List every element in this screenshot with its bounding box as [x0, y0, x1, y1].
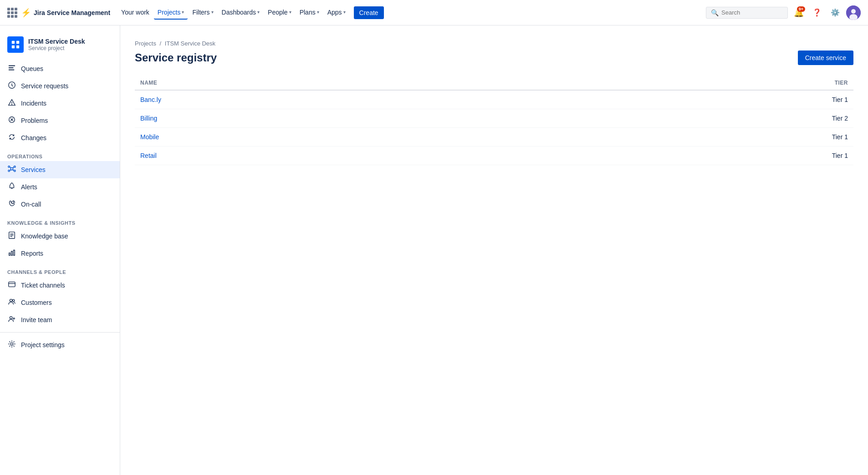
col-tier: Tier: [524, 76, 853, 90]
svg-point-19: [8, 170, 10, 172]
table-body: Banc.ly Tier 1 Billing Tier 2 Mobile Tie…: [135, 90, 853, 165]
service-link[interactable]: Banc.ly: [140, 96, 161, 103]
svg-rect-33: [9, 282, 15, 287]
nav-your-work[interactable]: Your work: [117, 6, 153, 20]
search-icon: 🔍: [711, 9, 719, 16]
nav-filters[interactable]: Filters ▾: [189, 6, 217, 20]
sidebar-item-alerts[interactable]: Alerts: [0, 178, 120, 196]
chevron-down-icon: ▾: [317, 10, 319, 15]
sidebar-item-customers[interactable]: Customers: [0, 294, 120, 311]
sidebar-item-problems[interactable]: Problems: [0, 112, 120, 129]
sidebar-item-on-call[interactable]: On-call: [0, 196, 120, 213]
settings-button[interactable]: ⚙️: [828, 5, 842, 20]
breadcrumb-sep: /: [160, 40, 162, 47]
svg-line-22: [13, 167, 14, 169]
project-type: Service project: [28, 45, 85, 51]
service-tier-cell: Tier 1: [524, 128, 853, 147]
table-row: Billing Tier 2: [135, 109, 853, 128]
search-input[interactable]: [721, 9, 783, 16]
notifications-button[interactable]: 🔔 9+: [791, 5, 806, 20]
nav-apps[interactable]: Apps ▾: [324, 6, 349, 20]
sidebar-item-incidents[interactable]: Incidents: [0, 95, 120, 112]
breadcrumb-project-name[interactable]: ITSM Service Desk: [165, 40, 215, 47]
service-tier-cell: Tier 1: [524, 147, 853, 165]
section-label-channels: Channels & People: [0, 262, 120, 277]
knowledge-base-icon: [7, 231, 16, 241]
svg-rect-3: [12, 41, 15, 44]
table-row: Mobile Tier 1: [135, 128, 853, 147]
notification-badge: 9+: [797, 6, 805, 12]
sidebar-item-queues[interactable]: Queues: [0, 60, 120, 77]
table-row: Banc.ly Tier 1: [135, 90, 853, 109]
section-label-knowledge: Knowledge & Insights: [0, 213, 120, 227]
svg-point-1: [851, 9, 856, 14]
svg-point-20: [14, 170, 16, 172]
create-service-button[interactable]: Create service: [798, 51, 853, 65]
svg-rect-31: [11, 251, 13, 255]
help-button[interactable]: ❓: [810, 5, 824, 20]
nav-plans[interactable]: Plans ▾: [296, 6, 323, 20]
breadcrumb: Projects / ITSM Service Desk: [135, 40, 853, 47]
service-tier-cell: Tier 2: [524, 109, 853, 128]
create-button[interactable]: Create: [354, 6, 384, 19]
svg-point-40: [10, 343, 13, 345]
svg-rect-9: [9, 70, 15, 71]
service-link[interactable]: Mobile: [140, 133, 159, 141]
breadcrumb-projects[interactable]: Projects: [135, 40, 156, 47]
sidebar-divider: [0, 332, 120, 333]
customers-icon: [7, 298, 16, 308]
chevron-down-icon: ▾: [182, 10, 184, 15]
topnav: ⚡ Jira Service Management Your work Proj…: [0, 0, 868, 25]
service-requests-icon: [7, 81, 16, 91]
svg-rect-6: [16, 45, 19, 48]
nav-projects[interactable]: Projects ▾: [154, 6, 188, 20]
sidebar-item-reports[interactable]: Reports: [0, 245, 120, 262]
service-table: Name Tier Banc.ly Tier 1 Billing Tier 2 …: [135, 76, 853, 165]
ticket-channels-icon: [7, 280, 16, 290]
service-name-cell: Mobile: [135, 128, 524, 147]
nav-people[interactable]: People ▾: [264, 6, 295, 20]
service-link[interactable]: Retail: [140, 152, 157, 159]
page-header: Service registry Create service: [135, 51, 853, 65]
col-name: Name: [135, 76, 524, 90]
reports-icon: [7, 248, 16, 258]
project-icon: [7, 36, 24, 53]
oncall-icon: [7, 199, 16, 209]
sidebar-project[interactable]: ITSM Service Desk Service project: [0, 33, 120, 60]
project-settings-icon: [7, 340, 16, 350]
section-label-operations: Operations: [0, 147, 120, 161]
main-content: Projects / ITSM Service Desk Service reg…: [120, 25, 868, 475]
user-avatar[interactable]: [846, 5, 861, 20]
service-name-cell: Retail: [135, 147, 524, 165]
svg-point-37: [10, 317, 12, 319]
sidebar-item-changes[interactable]: Changes: [0, 129, 120, 147]
app-logo[interactable]: ⚡ Jira Service Management: [7, 8, 110, 18]
svg-rect-7: [9, 66, 15, 66]
svg-rect-30: [9, 253, 10, 255]
incidents-icon: [7, 98, 16, 108]
project-name: ITSM Service Desk: [28, 38, 85, 45]
avatar-image: [846, 5, 861, 20]
alerts-icon: [7, 182, 16, 192]
sidebar-item-ticket-channels[interactable]: Ticket channels: [0, 277, 120, 294]
svg-line-21: [10, 167, 11, 169]
sidebar-item-project-settings[interactable]: Project settings: [0, 336, 120, 354]
sidebar-item-invite-team[interactable]: Invite team: [0, 311, 120, 328]
sidebar-item-service-requests[interactable]: Service requests: [0, 77, 120, 95]
svg-rect-32: [14, 250, 15, 256]
svg-point-35: [10, 299, 12, 302]
search-box[interactable]: 🔍: [706, 7, 788, 19]
svg-point-12: [12, 104, 12, 105]
table-header-row: Name Tier: [135, 76, 853, 90]
chevron-down-icon: ▾: [257, 10, 260, 15]
project-logo-icon: [10, 40, 20, 50]
nav-dashboards[interactable]: Dashboards ▾: [218, 6, 264, 20]
svg-rect-8: [9, 67, 14, 68]
grid-icon: [7, 8, 17, 18]
service-link[interactable]: Billing: [140, 115, 157, 122]
queues-icon: [7, 64, 16, 74]
sidebar-item-services[interactable]: Services: [0, 161, 120, 178]
sidebar-item-knowledge-base[interactable]: Knowledge base: [0, 227, 120, 245]
service-name-cell: Billing: [135, 109, 524, 128]
lightning-icon: ⚡: [21, 8, 31, 18]
